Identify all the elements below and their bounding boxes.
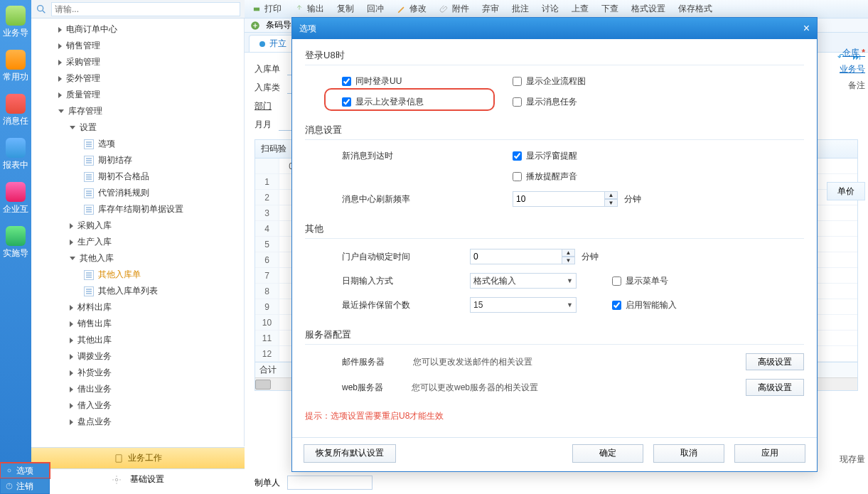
- row-index: 12: [255, 346, 279, 361]
- close-icon[interactable]: ×: [803, 22, 810, 35]
- batch-button[interactable]: 批注: [512, 3, 529, 15]
- tree-branch[interactable]: 采购管理: [55, 54, 244, 70]
- lock-input[interactable]: [470, 249, 562, 264]
- cancel-button[interactable]: 取消: [653, 444, 724, 463]
- chk-float-remind[interactable]: 显示浮窗提醒: [513, 150, 804, 162]
- leftbar-label: 报表中: [3, 159, 28, 171]
- options-button[interactable]: 选项: [0, 463, 50, 478]
- tree-branch[interactable]: 电商订单中心: [55, 21, 244, 38]
- tree-branch[interactable]: 生产入库: [55, 234, 244, 250]
- link-bizno[interactable]: 业务号: [840, 63, 865, 75]
- maker-input[interactable]: [287, 476, 373, 490]
- withdraw-button[interactable]: 回冲: [367, 3, 384, 15]
- tree-branch[interactable]: 借出业务: [55, 381, 244, 397]
- spin-up-icon[interactable]: ▲: [562, 249, 575, 257]
- tree-leaf[interactable]: 期初不合格品: [55, 168, 244, 185]
- tab-basic-settings[interactable]: 基础设置: [31, 468, 245, 490]
- advanced-mail-button[interactable]: 高级设置: [746, 353, 804, 370]
- tree-branch[interactable]: 借入业务: [55, 397, 244, 414]
- down-query-button[interactable]: 下查: [601, 3, 618, 15]
- dialog-titlebar[interactable]: 选项 ×: [292, 18, 817, 39]
- tree-branch[interactable]: 设置: [55, 119, 244, 136]
- doc-icon: [84, 172, 94, 182]
- advanced-web-button[interactable]: 高级设置: [746, 379, 804, 396]
- dateinput-combo[interactable]: 格式化输入▼: [470, 273, 577, 289]
- leftbar-item-4[interactable]: 企业互: [0, 176, 31, 220]
- leftbar-label: 消息任: [3, 115, 28, 127]
- leftbar-item-0[interactable]: 业务导: [0, 0, 31, 44]
- chk-show-flow[interactable]: 显示企业流程图: [513, 75, 804, 87]
- refresh-input[interactable]: [513, 191, 605, 207]
- tree-label: 销售出库: [77, 318, 112, 330]
- copy-button[interactable]: 复制: [337, 3, 354, 15]
- tree-branch[interactable]: 质量管理: [55, 87, 244, 103]
- tree-branch[interactable]: 材料出库: [55, 299, 244, 316]
- stock-label[interactable]: 现存量: [840, 453, 865, 466]
- chk-show-last-login[interactable]: 显示上次登录信息: [342, 96, 513, 108]
- chevron-right-icon: [70, 338, 73, 343]
- modify-button[interactable]: 修改: [397, 3, 427, 15]
- tree-branch[interactable]: 库存管理: [55, 103, 244, 119]
- chk-login-uu[interactable]: 同时登录UU: [342, 75, 513, 87]
- chevron-right-icon: [58, 60, 62, 65]
- tree-branch[interactable]: 调拨业务: [55, 348, 244, 365]
- spin-down-icon[interactable]: ▼: [605, 199, 618, 207]
- tree-branch[interactable]: 采购入库: [55, 218, 244, 234]
- tree-leaf[interactable]: 其他入库单列表: [55, 283, 244, 299]
- spin-down-icon[interactable]: ▼: [562, 257, 575, 264]
- saveformat-button[interactable]: 保存格式: [678, 3, 712, 15]
- format-button[interactable]: 格式设置: [631, 3, 665, 15]
- leftbar-item-3[interactable]: 报表中: [0, 132, 31, 176]
- tree-branch[interactable]: 委外管理: [55, 70, 244, 87]
- attach-button[interactable]: 附件: [439, 3, 469, 15]
- up-query-button[interactable]: 上查: [572, 3, 589, 15]
- tab-open[interactable]: 开立: [249, 35, 297, 52]
- output-button[interactable]: 输出: [294, 3, 324, 15]
- chevron-right-icon: [70, 403, 73, 409]
- chk-show-menu-no[interactable]: 显示菜单号: [612, 275, 804, 287]
- plus-icon[interactable]: [250, 21, 260, 31]
- print-button[interactable]: 打印: [252, 3, 282, 15]
- tree-branch[interactable]: 销售出库: [55, 316, 244, 332]
- search-input[interactable]: [51, 2, 240, 16]
- nav-tree[interactable]: 电商订单中心销售管理采购管理委外管理质量管理库存管理设置选项期初结存期初不合格品…: [55, 18, 245, 446]
- tab-business-work[interactable]: 业务工作: [31, 447, 245, 468]
- chk-smart-input[interactable]: 启用智能输入: [612, 299, 804, 311]
- link-store[interactable]: 仓库 *: [842, 47, 865, 59]
- tree-leaf[interactable]: 代管消耗规则: [55, 185, 244, 201]
- spin-up-icon[interactable]: ▲: [605, 191, 618, 199]
- leftbar-item-2[interactable]: 消息任: [0, 88, 31, 132]
- refresh-spinner[interactable]: ▲▼: [513, 191, 618, 207]
- keep-combo[interactable]: 15▼: [470, 297, 577, 313]
- chevron-right-icon: [58, 92, 62, 98]
- field-dept[interactable]: 部门: [254, 100, 272, 112]
- tree-leaf[interactable]: 选项: [55, 136, 244, 152]
- scroll-thumb[interactable]: [255, 380, 271, 390]
- app-icon: [6, 138, 26, 158]
- tree-label: 期初结存: [98, 154, 132, 166]
- tree-label: 销售管理: [66, 40, 100, 52]
- tree-branch[interactable]: 其他入库: [55, 250, 244, 267]
- lock-spinner[interactable]: ▲▼: [470, 249, 575, 264]
- svg-rect-7: [254, 7, 259, 11]
- tree-leaf[interactable]: 其他入库单: [55, 267, 244, 283]
- chk-show-msg-task[interactable]: 显示消息任务: [513, 96, 804, 108]
- restore-defaults-button[interactable]: 恢复所有默认设置: [304, 444, 396, 463]
- discard-button[interactable]: 弃审: [482, 3, 499, 15]
- discuss-button[interactable]: 讨论: [542, 3, 559, 15]
- tree-branch[interactable]: 其他出库: [55, 332, 244, 348]
- chevron-down-icon: ▼: [567, 277, 573, 284]
- row-index: 6: [255, 252, 279, 267]
- chk-play-sound[interactable]: 播放提醒声音: [513, 171, 804, 183]
- tree-leaf[interactable]: 期初结存: [55, 152, 244, 168]
- leftbar-item-5[interactable]: 实施导: [0, 220, 31, 264]
- tree-branch[interactable]: 销售管理: [55, 38, 244, 54]
- ok-button[interactable]: 确定: [572, 444, 643, 463]
- tree-leaf[interactable]: 库存年结期初单据设置: [55, 201, 244, 218]
- apply-button[interactable]: 应用: [734, 444, 805, 463]
- tree-branch[interactable]: 补货业务: [55, 365, 244, 381]
- logout-button[interactable]: 注销: [0, 478, 50, 494]
- tree-branch[interactable]: 盘点业务: [55, 414, 244, 430]
- leftbar-item-1[interactable]: 常用功: [0, 44, 31, 88]
- tree-label: 委外管理: [66, 73, 100, 85]
